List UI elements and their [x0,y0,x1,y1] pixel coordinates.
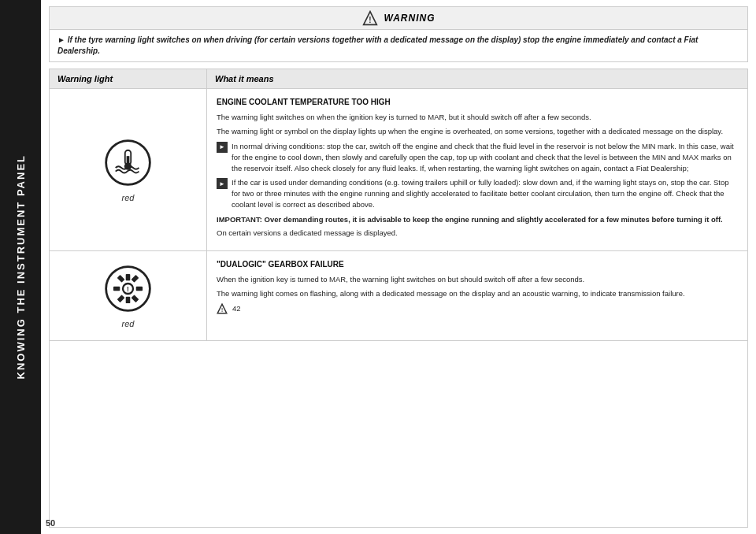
svg-rect-9 [126,297,131,303]
table-header: Warning light What it means [50,69,747,89]
svg-rect-10 [136,287,143,291]
bullet-icon-2: ► [217,178,228,189]
warning-triangle-icon: ! [362,10,378,26]
data-table: Warning light What it means [49,69,748,528]
cell-text-gearbox: "DUALOGIC" GEARBOX FAILURE When the igni… [207,251,747,340]
warning-header: ! WARNING [50,7,747,30]
gearbox-section-title: "DUALOGIC" GEARBOX FAILURE [217,259,738,271]
main-content: ! WARNING ► If the tyre warning light sw… [41,0,756,534]
small-warning-icon: ! [217,303,228,314]
coolant-para1: The warning light switches on when the i… [217,112,738,123]
svg-text:!: ! [221,307,223,313]
svg-text:!: ! [369,16,371,24]
gearbox-para1: When the ignition key is turned to MAR, … [217,274,738,285]
svg-rect-14 [132,295,139,302]
coolant-important: IMPORTANT: Over demanding routes, it is … [217,214,738,225]
cell-icon-coolant: red [50,89,207,250]
svg-rect-15 [117,295,125,302]
svg-rect-5 [127,156,130,166]
svg-rect-12 [132,275,139,283]
coolant-para2: The warning light or symbol on the displ… [217,126,738,137]
table-row-gearbox: ! red "DUALOGIC" GEARBOX FAILURE When th… [50,251,747,341]
gearbox-bottom-area: ! 42 [217,303,738,314]
gearbox-para2: The warning light comes on flashing, alo… [217,288,738,299]
coolant-icon [102,137,154,188]
warning-banner: ! WARNING ► If the tyre warning light sw… [49,6,748,62]
cell-icon-label-coolant: red [122,193,135,202]
warning-body: ► If the tyre warning light switches on … [50,30,747,61]
coolant-on-certain: On certain versions a dedicated message … [217,228,738,239]
svg-text:!: ! [127,285,129,293]
svg-rect-13 [117,275,125,283]
coolant-section-title: ENGINE COOLANT TEMPERATURE TOO HIGH [217,97,738,109]
cell-icon-label-gearbox: red [122,319,135,328]
side-panel-label: KNOWING THE INSTRUMENT PANEL [15,154,27,379]
gearbox-icon: ! [102,263,154,314]
table-row: red ENGINE COOLANT TEMPERATURE TOO HIGH … [50,89,747,251]
cell-icon-gearbox: ! red [50,251,207,340]
coolant-bullet2: ► If the car is used under demanding con… [217,177,738,210]
col-header-what-it-means: What it means [207,69,747,88]
bullet-icon-1: ► [217,142,228,153]
col-header-warning-light: Warning light [50,69,207,88]
svg-rect-11 [113,287,120,291]
coolant-bullet1: ► In normal driving conditions: stop the… [217,141,738,173]
warning-title: WARNING [384,13,435,24]
svg-rect-8 [126,274,131,280]
cell-text-coolant: ENGINE COOLANT TEMPERATURE TOO HIGH The … [207,89,747,250]
side-panel: KNOWING THE INSTRUMENT PANEL [0,0,41,534]
page-number: 50 [46,518,55,528]
table-body: red ENGINE COOLANT TEMPERATURE TOO HIGH … [50,89,747,341]
gearbox-ref: 42 [232,303,241,314]
